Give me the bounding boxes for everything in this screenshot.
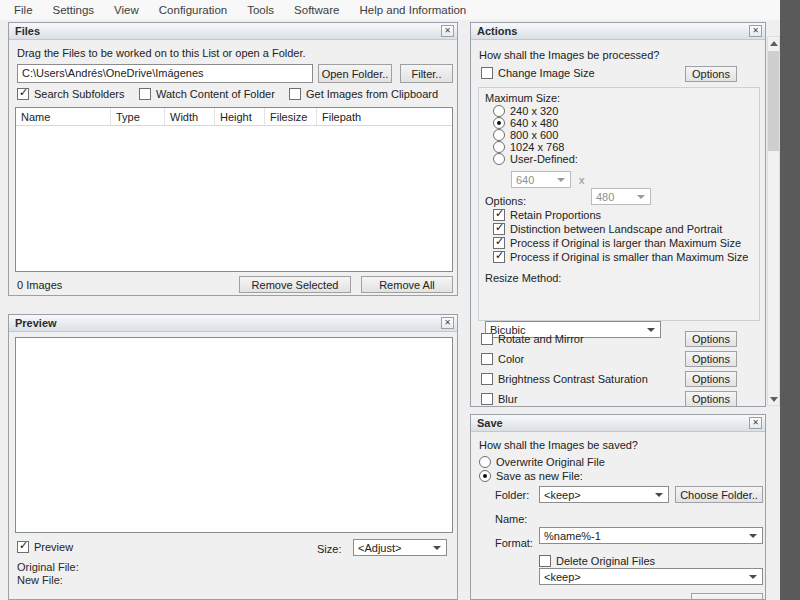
radio-icon bbox=[493, 153, 505, 165]
overwrite-original-radio[interactable]: Overwrite Original File bbox=[479, 456, 605, 468]
delete-original-checkbox[interactable]: Delete Original Files bbox=[539, 555, 655, 567]
filter-button[interactable]: Filter.. bbox=[400, 64, 453, 83]
checkbox-icon bbox=[493, 223, 505, 235]
partial-bottom-button[interactable] bbox=[691, 593, 763, 600]
choose-folder-button[interactable]: Choose Folder.. bbox=[675, 486, 763, 503]
actions-question: How shall the Images be processed? bbox=[479, 49, 659, 61]
radio-icon bbox=[479, 470, 491, 482]
checkbox-icon bbox=[493, 251, 505, 263]
size-radio-240x320[interactable]: 240 x 320 bbox=[493, 105, 558, 117]
screen-edge bbox=[780, 0, 800, 600]
open-folder-button[interactable]: Open Folder.. bbox=[318, 64, 392, 83]
preview-panel: Preview ✕ Preview Size: <Adjust> Origina… bbox=[8, 314, 458, 600]
checkbox-icon bbox=[139, 88, 151, 100]
preview-size-value: <Adjust> bbox=[358, 542, 401, 554]
preview-close-icon[interactable]: ✕ bbox=[441, 317, 454, 329]
scroll-up-icon[interactable] bbox=[768, 37, 779, 49]
folder-label: Folder: bbox=[495, 489, 529, 501]
checkbox-label: Search Subfolders bbox=[34, 88, 125, 100]
scroll-down-icon[interactable] bbox=[768, 393, 779, 405]
save-name-select[interactable]: %name%-1 bbox=[539, 527, 763, 544]
brightness-options-button[interactable]: Options bbox=[685, 371, 737, 387]
search-subfolders-checkbox[interactable]: Search Subfolders bbox=[17, 88, 125, 100]
size-radio-user-defined[interactable]: User-Defined: bbox=[493, 153, 578, 165]
change-image-size-checkbox[interactable]: Change Image Size bbox=[481, 67, 595, 79]
actions-panel: Actions ✕ How shall the Images be proces… bbox=[470, 22, 766, 407]
blur-checkbox[interactable]: Blur bbox=[481, 393, 518, 405]
checkbox-label: Distinction between Landscape and Portra… bbox=[510, 223, 722, 235]
radio-icon bbox=[493, 141, 505, 153]
size-radio-800x600[interactable]: 800 x 600 bbox=[493, 129, 558, 141]
save-folder-select[interactable]: <keep> bbox=[539, 486, 669, 503]
menu-settings[interactable]: Settings bbox=[53, 4, 95, 16]
checkbox-icon bbox=[493, 209, 505, 221]
color-checkbox[interactable]: Color bbox=[481, 353, 524, 365]
save-close-icon[interactable]: ✕ bbox=[749, 417, 762, 429]
preview-titlebar: Preview ✕ bbox=[9, 315, 457, 332]
files-panel: Files ✕ Drag the Files to be worked on t… bbox=[8, 22, 458, 296]
column-filesize[interactable]: Filesize bbox=[265, 108, 317, 125]
preview-size-select[interactable]: <Adjust> bbox=[353, 539, 447, 556]
clipboard-checkbox[interactable]: Get Images from Clipboard bbox=[289, 88, 438, 100]
column-height[interactable]: Height bbox=[215, 108, 265, 125]
file-list[interactable]: Name Type Width Height Filesize Filepath bbox=[15, 107, 453, 272]
brightness-checkbox[interactable]: Brightness Contrast Saturation bbox=[481, 373, 648, 385]
menu-file[interactable]: File bbox=[14, 4, 33, 16]
process-larger-checkbox[interactable]: Process if Original is larger than Maxim… bbox=[493, 237, 741, 249]
column-width[interactable]: Width bbox=[165, 108, 215, 125]
file-list-header: Name Type Width Height Filesize Filepath bbox=[16, 108, 452, 126]
rotate-mirror-checkbox[interactable]: Rotate and Mirror bbox=[481, 333, 584, 345]
column-type[interactable]: Type bbox=[111, 108, 165, 125]
menu-software[interactable]: Software bbox=[294, 4, 339, 16]
menu-help[interactable]: Help and Information bbox=[359, 4, 466, 16]
distinction-checkbox[interactable]: Distinction between Landscape and Portra… bbox=[493, 223, 722, 235]
column-filepath[interactable]: Filepath bbox=[317, 108, 452, 125]
menu-bar: File Settings View Configuration Tools S… bbox=[0, 0, 780, 20]
save-as-new-radio[interactable]: Save as new File: bbox=[479, 470, 583, 482]
save-folder-value: <keep> bbox=[544, 489, 581, 501]
change-size-options-button[interactable]: Options bbox=[685, 66, 737, 82]
radio-label: 800 x 600 bbox=[510, 129, 558, 141]
user-width-select[interactable]: 640 bbox=[511, 171, 571, 188]
radio-label: 1024 x 768 bbox=[510, 141, 564, 153]
retain-proportions-checkbox[interactable]: Retain Proportions bbox=[493, 209, 601, 221]
checkbox-label: Blur bbox=[498, 393, 518, 405]
files-close-icon[interactable]: ✕ bbox=[441, 25, 454, 37]
column-name[interactable]: Name bbox=[16, 108, 111, 125]
scrollbar-thumb[interactable] bbox=[768, 51, 779, 151]
preview-area bbox=[15, 337, 453, 533]
color-options-button[interactable]: Options bbox=[685, 351, 737, 367]
save-format-select[interactable]: <keep> bbox=[539, 568, 763, 585]
x-separator-label: x bbox=[579, 174, 585, 186]
actions-titlebar: Actions ✕ bbox=[471, 23, 765, 40]
menu-view[interactable]: View bbox=[114, 4, 139, 16]
blur-options-button[interactable]: Options bbox=[685, 391, 737, 407]
preview-toggle-checkbox[interactable]: Preview bbox=[17, 541, 73, 553]
watch-content-checkbox[interactable]: Watch Content of Folder bbox=[139, 88, 275, 100]
menu-tools[interactable]: Tools bbox=[247, 4, 274, 16]
size-radio-1024x768[interactable]: 1024 x 768 bbox=[493, 141, 564, 153]
user-height-select[interactable]: 480 bbox=[591, 188, 651, 205]
actions-close-icon[interactable]: ✕ bbox=[749, 25, 762, 37]
size-label: Size: bbox=[317, 543, 341, 555]
save-name-value: %name%-1 bbox=[544, 530, 601, 542]
checkbox-label: Rotate and Mirror bbox=[498, 333, 584, 345]
resize-method-label: Resize Method: bbox=[485, 272, 561, 284]
actions-panel-title: Actions bbox=[477, 25, 517, 37]
image-count-label: 0 Images bbox=[17, 279, 62, 291]
app-window: File Settings View Configuration Tools S… bbox=[0, 0, 800, 600]
actions-scrollbar[interactable] bbox=[767, 36, 780, 406]
remove-selected-button[interactable]: Remove Selected bbox=[239, 276, 351, 293]
original-file-label: Original File: bbox=[17, 561, 79, 573]
remove-all-button[interactable]: Remove All bbox=[361, 276, 453, 293]
checkbox-icon bbox=[539, 555, 551, 567]
checkbox-label: Retain Proportions bbox=[510, 209, 601, 221]
folder-path-input[interactable]: C:\Users\Andrés\OneDrive\Imágenes bbox=[17, 64, 313, 83]
process-smaller-checkbox[interactable]: Process if Original is smaller than Maxi… bbox=[493, 251, 748, 263]
checkbox-label: Color bbox=[498, 353, 524, 365]
rotate-mirror-options-button[interactable]: Options bbox=[685, 331, 737, 347]
menu-configuration[interactable]: Configuration bbox=[159, 4, 227, 16]
size-radio-640x480[interactable]: 640 x 480 bbox=[493, 117, 558, 129]
size-settings-group: Maximum Size: 240 x 320 640 x 480 800 x … bbox=[478, 87, 760, 321]
save-titlebar: Save ✕ bbox=[471, 415, 765, 432]
